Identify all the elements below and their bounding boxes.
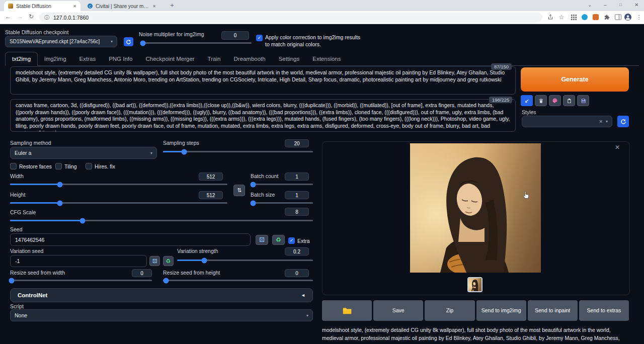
slider-handle[interactable] bbox=[181, 149, 187, 154]
window-close-button[interactable]: ✕ bbox=[634, 2, 638, 8]
share-icon[interactable] bbox=[546, 13, 554, 21]
slider-handle[interactable] bbox=[250, 200, 256, 206]
refresh-checkpoint-button[interactable] bbox=[124, 37, 133, 46]
clear-styles-icon[interactable]: ✕ bbox=[599, 119, 603, 124]
hires-fix-checkbox[interactable] bbox=[86, 163, 92, 169]
resize-seed-height-slider[interactable] bbox=[163, 280, 313, 281]
width-value[interactable]: 512 bbox=[199, 173, 223, 181]
cfg-scale-slider[interactable] bbox=[10, 220, 313, 221]
send-to-img2img-button[interactable]: Send to img2img bbox=[476, 300, 526, 321]
styles-dropdown[interactable]: ✕ ▾ bbox=[522, 116, 612, 127]
side-panel-icon[interactable] bbox=[614, 13, 622, 21]
new-tab-button[interactable]: + bbox=[168, 2, 176, 10]
slider-handle[interactable] bbox=[9, 278, 14, 283]
batch-size-value[interactable]: 1 bbox=[285, 191, 309, 199]
generated-image[interactable] bbox=[410, 143, 541, 273]
tab-close-icon[interactable]: ✕ bbox=[73, 4, 76, 9]
browser-tab-civitai[interactable]: C Civitai | Share your models ✕ bbox=[84, 1, 160, 11]
apply-styles-button[interactable] bbox=[563, 95, 575, 106]
variation-strength-slider[interactable] bbox=[177, 260, 313, 261]
resize-seed-width-slider[interactable] bbox=[10, 280, 152, 281]
bookmark-star-icon[interactable]: ☆ bbox=[557, 13, 566, 21]
clear-prompt-button[interactable] bbox=[535, 95, 547, 106]
height-slider[interactable] bbox=[10, 202, 227, 204]
prompt-input[interactable]: modelshoot style, (extremely detailed CG… bbox=[10, 66, 516, 95]
tab-checkpoint-merger[interactable]: Checkpoint Merger bbox=[139, 52, 201, 65]
extensions-puzzle-icon[interactable] bbox=[603, 13, 611, 21]
window-menu-icon[interactable]: ⌄ bbox=[588, 2, 592, 8]
variation-strength-value[interactable]: 0.2 bbox=[285, 247, 309, 255]
batch-size-slider[interactable] bbox=[251, 202, 313, 204]
send-to-inpaint-button[interactable]: Send to inpaint bbox=[528, 300, 578, 321]
slider-handle[interactable] bbox=[57, 200, 63, 206]
extra-networks-button[interactable] bbox=[549, 95, 561, 106]
extra-seed-checkbox[interactable]: ✓ bbox=[288, 237, 295, 244]
tab-train[interactable]: Train bbox=[201, 52, 227, 65]
gallery-thumbnail[interactable] bbox=[467, 277, 482, 292]
swap-width-height-button[interactable]: ⇅ bbox=[233, 185, 245, 196]
extension-badge-blue-icon[interactable] bbox=[581, 13, 589, 21]
generate-button[interactable]: Generate bbox=[521, 67, 629, 92]
slider-handle[interactable] bbox=[202, 257, 207, 263]
resize-seed-width-value[interactable]: 0 bbox=[132, 269, 152, 277]
paste-generation-params-button[interactable]: ↙ bbox=[521, 95, 533, 106]
back-icon[interactable]: ← bbox=[5, 14, 11, 20]
open-folder-button[interactable] bbox=[322, 300, 372, 321]
slider-handle[interactable] bbox=[80, 218, 86, 223]
reload-icon[interactable]: ↻ bbox=[29, 14, 34, 20]
cfg-scale-value[interactable]: 8 bbox=[285, 208, 309, 216]
tab-dreambooth[interactable]: Dreambooth bbox=[227, 52, 272, 65]
tab-settings[interactable]: Settings bbox=[272, 52, 306, 65]
close-image-icon[interactable]: ✕ bbox=[615, 144, 620, 151]
random-seed-dice-button[interactable]: ⚄ bbox=[256, 235, 268, 245]
save-style-button[interactable] bbox=[577, 95, 589, 106]
tab-close-icon[interactable]: ✕ bbox=[152, 4, 156, 9]
window-minimize-button[interactable]: – bbox=[604, 2, 607, 8]
resize-seed-height-value[interactable]: 0 bbox=[285, 269, 309, 277]
random-variation-seed-dice-button[interactable]: ⚄ bbox=[149, 256, 160, 266]
batch-count-slider[interactable] bbox=[251, 184, 313, 185]
color-correction-label: Apply color correction to img2img result… bbox=[265, 34, 364, 48]
apps-grid-icon[interactable] bbox=[570, 13, 578, 21]
sampling-method-dropdown[interactable]: Euler a ▾ bbox=[10, 147, 157, 159]
profile-avatar[interactable] bbox=[624, 13, 632, 21]
browser-tab-stable-diffusion[interactable]: Stable Diffusion ✕ bbox=[4, 1, 80, 11]
slider-handle[interactable] bbox=[163, 278, 169, 283]
checkpoint-dropdown[interactable]: SD15NewVAEpruned.ckpt [27a4ac756c] ▾ bbox=[5, 36, 117, 47]
tab-txt2img[interactable]: txt2img bbox=[5, 52, 38, 66]
script-dropdown[interactable]: None ▾ bbox=[10, 309, 313, 321]
batch-count-value[interactable]: 1 bbox=[285, 173, 309, 181]
window-maximize-button[interactable]: □ bbox=[619, 3, 622, 7]
reuse-variation-seed-recycle-button[interactable]: ♻ bbox=[163, 256, 174, 266]
negative-prompt-input[interactable]: canvas frame, cartoon, 3d, ((disfigured)… bbox=[10, 99, 516, 132]
restore-faces-checkbox[interactable] bbox=[10, 163, 17, 169]
zip-button[interactable]: Zip bbox=[425, 300, 474, 321]
site-info-icon[interactable]: ⓘ bbox=[44, 14, 49, 21]
send-to-extras-button[interactable]: Send to extras bbox=[579, 300, 629, 321]
controlnet-accordion[interactable]: ControlNet ◄ bbox=[10, 288, 313, 302]
sampling-steps-slider[interactable] bbox=[163, 151, 313, 152]
reuse-seed-recycle-button[interactable]: ♻ bbox=[272, 235, 285, 245]
tab-extras[interactable]: Extras bbox=[73, 52, 103, 65]
sampling-steps-value[interactable]: 20 bbox=[285, 139, 309, 147]
browser-menu-icon[interactable]: ⋮ bbox=[635, 13, 643, 21]
height-value[interactable]: 512 bbox=[199, 191, 223, 199]
refresh-styles-button[interactable] bbox=[617, 116, 629, 127]
slider-handle[interactable] bbox=[140, 40, 146, 46]
tab-png-info[interactable]: PNG Info bbox=[102, 52, 139, 65]
noise-multiplier-value[interactable]: 0 bbox=[221, 31, 249, 40]
tab-extensions[interactable]: Extensions bbox=[306, 52, 347, 65]
slider-handle[interactable] bbox=[250, 182, 256, 187]
slider-handle[interactable] bbox=[57, 182, 63, 187]
address-bar[interactable]: ⓘ 127.0.0.1:7860 bbox=[39, 13, 542, 22]
extension-badge-orange-icon[interactable] bbox=[592, 13, 600, 21]
tab-img2img[interactable]: img2img bbox=[38, 52, 72, 65]
width-slider[interactable] bbox=[10, 184, 227, 185]
forward-icon[interactable]: → bbox=[17, 14, 23, 20]
tiling-checkbox[interactable] bbox=[55, 163, 62, 169]
seed-input[interactable] bbox=[10, 233, 251, 246]
color-correction-checkbox[interactable]: ✓ bbox=[256, 35, 263, 41]
variation-seed-input[interactable] bbox=[10, 255, 147, 267]
noise-multiplier-slider[interactable] bbox=[142, 42, 252, 44]
save-button[interactable]: Save bbox=[373, 300, 423, 321]
